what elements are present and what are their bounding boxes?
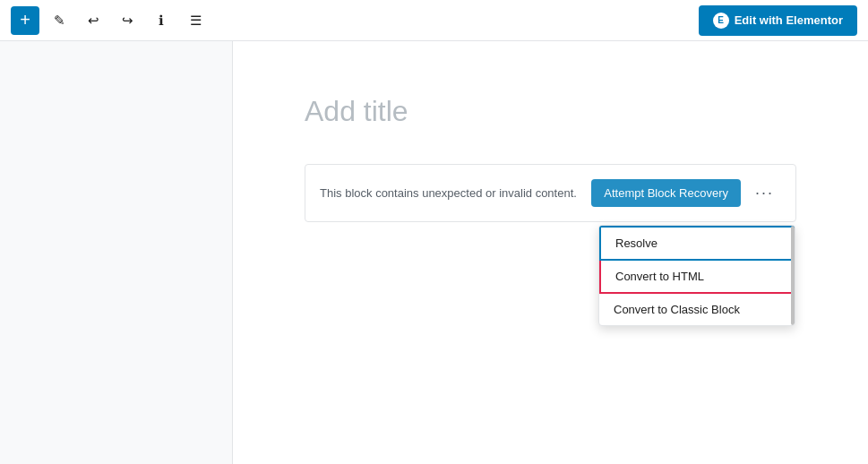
block-error-message: This block contains unexpected or invali… [320,186,577,200]
add-block-button[interactable]: + [11,6,39,35]
elementor-button-label: Edit with Elementor [735,13,843,27]
plus-icon: + [20,10,30,30]
info-button[interactable]: ℹ [147,6,176,35]
resolve-option[interactable]: Resolve [599,226,795,261]
more-options-button[interactable]: ··· [748,180,781,206]
sidebar [0,41,233,464]
undo-button[interactable]: ↩ [79,6,107,35]
dropdown-scrollbar [791,226,795,325]
block-error-container: This block contains unexpected or invali… [305,164,796,222]
page-title-placeholder[interactable]: Add title [305,95,796,128]
elementor-button[interactable]: E Edit with Elementor [699,5,857,36]
list-icon: ☰ [190,13,202,29]
block-error-actions: Attempt Block Recovery ··· [591,179,781,207]
toolbar: + ✎ ↩ ↪ ℹ ☰ E Edit with Elementor [0,0,868,41]
elementor-icon: E [713,13,729,29]
pencil-icon: ✎ [54,13,65,29]
convert-html-option[interactable]: Convert to HTML [599,261,795,294]
redo-icon: ↪ [122,13,133,29]
tools-button[interactable]: ✎ [45,6,73,35]
main-content: Add title This block contains unexpected… [233,41,868,464]
convert-classic-option[interactable]: Convert to Classic Block [599,294,795,325]
list-view-button[interactable]: ☰ [181,6,210,35]
attempt-recovery-button[interactable]: Attempt Block Recovery [591,179,741,207]
redo-button[interactable]: ↪ [113,6,142,35]
dropdown-menu: Resolve Convert to HTML Convert to Class… [598,225,795,326]
info-icon: ℹ [159,13,164,29]
undo-icon: ↩ [88,13,99,29]
